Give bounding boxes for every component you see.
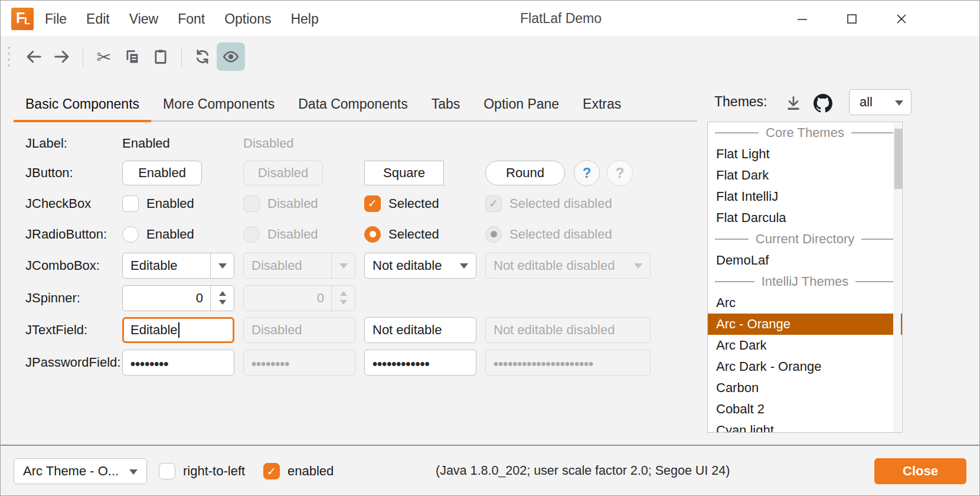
spinner-down-icon[interactable] xyxy=(219,300,226,305)
menu-font[interactable]: Font xyxy=(178,11,205,27)
copy-icon xyxy=(124,48,141,65)
enabled-checkbox[interactable]: ✓ xyxy=(263,463,280,479)
spinner-up-icon[interactable] xyxy=(219,291,226,296)
close-button[interactable]: Close xyxy=(874,458,966,484)
textfield-editable-value: Editable xyxy=(130,322,178,338)
checkbox-selected[interactable]: ✓ xyxy=(364,195,381,212)
theme-list-item[interactable]: Arc - Orange xyxy=(708,314,902,335)
help-button-disabled: ? xyxy=(607,160,633,186)
tab-tabs[interactable]: Tabs xyxy=(420,88,472,120)
theme-list-item[interactable]: Cobalt 2 xyxy=(708,399,902,420)
radio-selected-disabled-label: Selected disabled xyxy=(509,227,612,242)
passwordfield-not-editable[interactable]: •••••••••••• xyxy=(364,350,476,376)
paste-button[interactable] xyxy=(146,43,175,71)
help-button[interactable]: ? xyxy=(574,160,600,186)
tab-basic-components[interactable]: Basic Components xyxy=(14,88,151,120)
textfield-editable[interactable]: Editable xyxy=(122,317,234,343)
github-button[interactable] xyxy=(812,93,834,114)
forward-button[interactable] xyxy=(48,43,76,71)
enabled-label: enabled xyxy=(288,464,334,479)
jbutton-row-label: JButton: xyxy=(1,165,122,181)
theme-list-item[interactable]: Arc xyxy=(708,292,902,314)
textfield-not-editable[interactable]: Not editable xyxy=(364,317,476,343)
theme-combobox-value: Arc Theme - O... xyxy=(23,464,119,479)
checkbox-selected-label: Selected xyxy=(388,196,439,211)
jlabel-disabled: Disabled xyxy=(243,136,294,151)
combobox-not-editable[interactable]: Not editable xyxy=(364,253,476,279)
maximize-icon xyxy=(844,11,860,27)
menu-edit[interactable]: Edit xyxy=(86,11,110,27)
download-icon xyxy=(785,95,802,112)
show-hover-toggle-button[interactable] xyxy=(217,43,245,71)
radio-selected[interactable] xyxy=(364,226,381,243)
tab-data-components[interactable]: Data Components xyxy=(286,88,419,120)
jcheckbox-row-label: JCheckBox xyxy=(1,196,122,211)
minimize-button[interactable] xyxy=(792,9,812,29)
download-themes-button[interactable] xyxy=(783,93,804,114)
theme-list-item[interactable]: Flat IntelliJ xyxy=(708,186,902,207)
theme-list-item[interactable]: Cyan light xyxy=(708,420,902,433)
combobox-arrow-button xyxy=(626,253,650,278)
theme-group-separator: IntelliJ Themes xyxy=(708,271,902,292)
theme-filter-combobox[interactable]: all xyxy=(849,89,912,115)
tab-extras[interactable]: Extras xyxy=(571,88,633,120)
checkbox-enabled[interactable] xyxy=(122,195,139,212)
square-button[interactable]: Square xyxy=(364,161,444,185)
themes-list-items: Core ThemesFlat LightFlat DarkFlat Intel… xyxy=(708,122,902,433)
radio-enabled[interactable] xyxy=(122,226,139,243)
spinner-buttons[interactable] xyxy=(210,286,234,311)
combobox-arrow-button[interactable] xyxy=(210,253,234,278)
menu-bar: File Edit View Font Options Help xyxy=(45,1,319,37)
textfield-disabled-value: Disabled xyxy=(251,322,302,338)
spinner-enabled[interactable]: 0 xyxy=(122,285,234,311)
toolbar-separator xyxy=(181,47,182,67)
cut-button[interactable]: ✂ xyxy=(90,43,118,71)
combobox-arrow-button[interactable] xyxy=(452,253,476,278)
themes-list[interactable]: Core ThemesFlat LightFlat DarkFlat Intel… xyxy=(707,122,903,433)
jpasswordfield-row-label: JPasswordField: xyxy=(1,355,122,370)
scrollbar-thumb[interactable] xyxy=(894,129,902,189)
status-text: (Java 1.8.0_202; user scale factor 2.0; … xyxy=(436,464,730,478)
theme-list-item[interactable]: Arc Dark xyxy=(708,335,902,356)
theme-list-item[interactable]: Flat Light xyxy=(708,143,902,165)
menu-view[interactable]: View xyxy=(129,11,158,27)
back-button[interactable] xyxy=(19,43,48,71)
refresh-button[interactable] xyxy=(188,43,217,71)
bottom-separator xyxy=(1,445,979,446)
maximize-button[interactable] xyxy=(842,9,862,29)
checkbox-enabled-label: Enabled xyxy=(146,196,194,211)
theme-group-separator: Core Themes xyxy=(708,122,902,143)
spinner-down-icon xyxy=(340,300,347,305)
basic-components-panel: JLabel: Enabled Disabled JButton: Enable… xyxy=(1,129,697,379)
back-arrow-icon xyxy=(25,48,43,66)
chevron-down-icon xyxy=(460,263,468,269)
passwordfield-enabled[interactable]: •••••••• xyxy=(122,350,234,376)
right-to-left-checkbox[interactable] xyxy=(159,463,175,479)
radio-disabled xyxy=(243,226,260,243)
chevron-down-icon xyxy=(895,100,903,106)
close-window-button[interactable] xyxy=(891,9,912,29)
jspinner-row-label: JSpinner: xyxy=(1,291,122,306)
tab-more-components[interactable]: More Components xyxy=(151,88,286,120)
menu-file[interactable]: File xyxy=(45,11,67,27)
radio-selected-label: Selected xyxy=(388,227,439,242)
copy-button[interactable] xyxy=(118,43,146,71)
theme-list-item[interactable]: Flat Dark xyxy=(708,165,902,186)
theme-combobox[interactable]: Arc Theme - O... xyxy=(14,458,147,484)
enabled-button[interactable]: Enabled xyxy=(122,161,202,185)
combobox-not-editable-disabled: Not editable disabled xyxy=(485,253,651,279)
tab-option-pane[interactable]: Option Pane xyxy=(472,88,571,120)
theme-list-item[interactable]: Flat Darcula xyxy=(708,207,902,229)
menu-help[interactable]: Help xyxy=(290,11,318,27)
chevron-down-icon xyxy=(218,263,227,269)
round-button[interactable]: Round xyxy=(485,161,565,185)
logo-letter-f: F xyxy=(16,9,25,27)
toolbar-grip-handle[interactable] xyxy=(8,47,10,67)
themes-header: Themes: all xyxy=(707,88,967,116)
menu-options[interactable]: Options xyxy=(224,11,271,27)
window-title: FlatLaf Demo xyxy=(520,11,602,27)
theme-list-item[interactable]: DemoLaf xyxy=(708,250,902,271)
combobox-editable[interactable]: Editable xyxy=(122,253,234,279)
theme-list-item[interactable]: Carbon xyxy=(708,377,902,399)
theme-list-item[interactable]: Arc Dark - Orange xyxy=(708,356,902,377)
